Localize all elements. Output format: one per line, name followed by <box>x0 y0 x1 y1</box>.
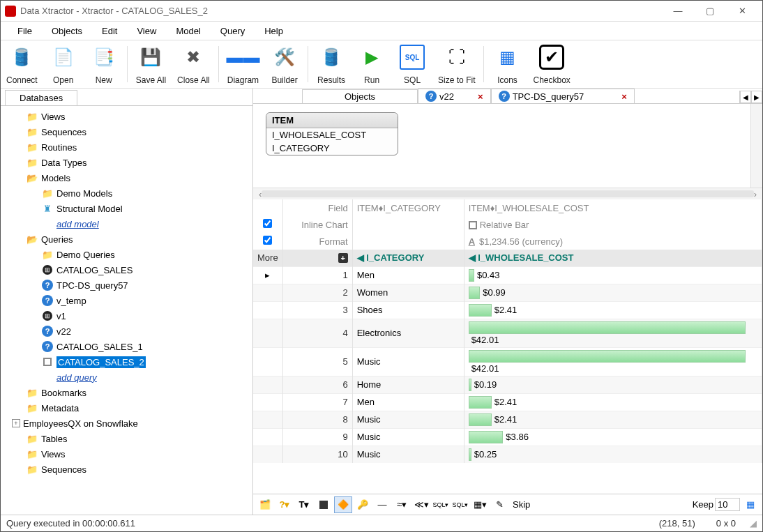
tree-datatypes[interactable]: 📁Data Types <box>2 155 251 170</box>
close-button[interactable]: ✕ <box>726 1 758 22</box>
color-tool-icon[interactable]: 🔶 <box>334 496 352 513</box>
sql1-icon[interactable]: SQL▾ <box>432 496 450 513</box>
grid-header-format[interactable]: Format A$1,234.56 (currency) <box>253 233 762 250</box>
line-icon[interactable]: — <box>373 496 391 513</box>
table-row[interactable]: 7Men$2.41 <box>253 393 762 411</box>
table-row[interactable]: 2Women$0.99 <box>253 284 762 301</box>
table-row[interactable]: 10Music$0.25 <box>253 446 762 463</box>
play-icon: ▶ <box>359 45 384 70</box>
tree-sequences2[interactable]: 📁Sequences <box>2 462 251 477</box>
add-model-link[interactable]: add model <box>2 216 251 231</box>
share-icon[interactable]: ≪▾ <box>412 496 430 513</box>
diagram-button[interactable]: ▬▬Diagram <box>222 42 264 86</box>
grid-small-icon[interactable]: ▦ <box>741 496 760 513</box>
tree-v22[interactable]: ?v22 <box>2 324 251 339</box>
tab-tpcds[interactable]: ?TPC-DS_query57× <box>491 89 635 103</box>
table-row[interactable]: 8Music$2.41 <box>253 411 762 428</box>
menu-objects[interactable]: Objects <box>43 23 91 39</box>
expand-icon[interactable]: + <box>12 419 20 427</box>
databases-tab[interactable]: Databases <box>5 90 77 105</box>
open-button[interactable]: 📄Open <box>43 42 84 86</box>
tree-demo-queries[interactable]: 📁Demo Queries <box>2 247 251 262</box>
menu-model[interactable]: Model <box>167 23 209 39</box>
entity-field[interactable]: I_WHOLESALE_COST <box>266 128 398 142</box>
tree-bookmarks[interactable]: 📁Bookmarks <box>2 385 251 400</box>
connect-button[interactable]: 🛢️Connect <box>1 42 43 86</box>
tree-models[interactable]: 📂Models <box>2 170 251 185</box>
vertical-scrollbar[interactable] <box>750 104 762 188</box>
icons-button[interactable]: ▦Icons <box>487 42 527 86</box>
tree-sequences[interactable]: 📁Sequences <box>2 124 251 139</box>
folder-icon: 📁 <box>26 433 38 444</box>
tree-demo-models[interactable]: 📁Demo Models <box>2 185 251 201</box>
tree-structural-model[interactable]: ♜Structural Model <box>2 201 251 216</box>
table-row[interactable]: ▸1Men$0.43 <box>253 266 762 284</box>
grid-column-headers[interactable]: More + ◀ I_CATEGORY ◀ I_WHOLESALE_COST <box>253 250 762 266</box>
tree-metadata[interactable]: 📁Metadata <box>2 400 251 416</box>
tree-views2[interactable]: 📁Views <box>2 446 251 462</box>
tree-vtemp[interactable]: ?v_temp <box>2 293 251 308</box>
tree-tpcds57[interactable]: ?TPC-DS_query57 <box>2 278 251 293</box>
close-tab-icon[interactable]: × <box>621 91 627 102</box>
menu-file[interactable]: File <box>9 23 40 39</box>
help-icon[interactable]: ?▾ <box>275 496 294 513</box>
table-row[interactable]: 6Home$0.19 <box>253 376 762 393</box>
tree-tables[interactable]: 📁Tables <box>2 431 251 446</box>
horizontal-scrollbar[interactable]: ‹› <box>253 188 762 199</box>
inline-chart-checkbox[interactable] <box>263 219 272 228</box>
size-to-fit-button[interactable]: ⛶Size to Fit <box>432 42 481 86</box>
key-icon[interactable]: 🔑 <box>354 496 372 513</box>
grid-header-inline[interactable]: Inline Chart Relative Bar <box>253 216 762 233</box>
new-button[interactable]: 📑New <box>84 42 124 86</box>
tab-scroll-right[interactable]: ▶ <box>751 91 762 103</box>
menu-edit[interactable]: Edit <box>93 23 126 39</box>
menu-query[interactable]: Query <box>212 23 253 39</box>
entity-field[interactable]: I_CATEGORY <box>266 142 398 155</box>
format-checkbox[interactable] <box>263 236 272 245</box>
minimize-button[interactable]: — <box>662 1 694 22</box>
entity-item[interactable]: ITEM I_WHOLESALE_COST I_CATEGORY <box>266 112 398 155</box>
box-icon[interactable] <box>315 496 333 513</box>
table-row[interactable]: 9Music$3.86 <box>253 428 762 446</box>
results-button[interactable]: 🛢️Results <box>311 42 352 86</box>
tree-catalog-sales[interactable]: ⊞CATALOG_SALES <box>2 262 251 278</box>
resize-grip-icon[interactable]: ◢ <box>750 518 757 529</box>
tree-routines[interactable]: 📁Routines <box>2 139 251 155</box>
run-button[interactable]: ▶Run <box>352 42 392 86</box>
database-tree[interactable]: 📁Views 📁Sequences 📁Routines 📁Data Types … <box>1 106 252 515</box>
approx-icon[interactable]: ≈▾ <box>393 496 411 513</box>
help-icon: ? <box>41 280 54 291</box>
tab-v22[interactable]: ?v22× <box>418 89 491 103</box>
close-all-button[interactable]: ✖Close All <box>172 42 216 86</box>
table-icon[interactable]: ▦▾ <box>471 496 489 513</box>
menu-help[interactable]: Help <box>256 23 292 39</box>
checkbox-button[interactable]: ✔Checkbox <box>527 42 575 86</box>
status-size: 0 x 0 <box>716 518 736 529</box>
tab-scroll-left[interactable]: ◀ <box>740 91 751 103</box>
save-all-button[interactable]: 💾Save All <box>130 42 172 86</box>
keep-input[interactable] <box>715 498 740 511</box>
sql2-icon[interactable]: SQL▾ <box>451 496 469 513</box>
builder-button[interactable]: 🛠️Builder <box>264 42 305 86</box>
edit-icon[interactable]: ✎ <box>490 496 508 513</box>
text-icon[interactable]: T▾ <box>295 496 313 513</box>
tree-queries[interactable]: 📂Queries <box>2 231 251 247</box>
table-row[interactable]: 3Shoes$2.41 <box>253 301 762 319</box>
tree-v1[interactable]: ⊞v1 <box>2 308 251 324</box>
diagram-canvas[interactable]: ITEM I_WHOLESALE_COST I_CATEGORY <box>253 104 762 188</box>
table-row[interactable]: 5Music$42.01 <box>253 347 762 376</box>
maximize-button[interactable]: ▢ <box>694 1 726 22</box>
menu-view[interactable]: View <box>128 23 165 39</box>
layers-icon[interactable]: 🗂️ <box>256 496 274 513</box>
sql-button[interactable]: SQLSQL <box>392 42 432 86</box>
close-tab-icon[interactable]: × <box>478 91 483 102</box>
tree-views[interactable]: 📁Views <box>2 109 251 124</box>
tree-catalog-sales-1[interactable]: ?CATALOG_SALES_1 <box>2 339 251 354</box>
add-query-link[interactable]: add query <box>2 370 251 385</box>
plus-icon[interactable]: + <box>338 253 348 263</box>
tree-catalog-sales-2[interactable]: CATALOG_SALES_2 <box>2 354 251 370</box>
tab-objects[interactable]: Objects <box>302 89 418 103</box>
table-row[interactable]: 4Electronics$42.01 <box>253 319 762 347</box>
folder-icon: 📁 <box>26 387 38 398</box>
tree-employeesqx[interactable]: +EmployeesQX on Snowflake <box>2 416 251 431</box>
